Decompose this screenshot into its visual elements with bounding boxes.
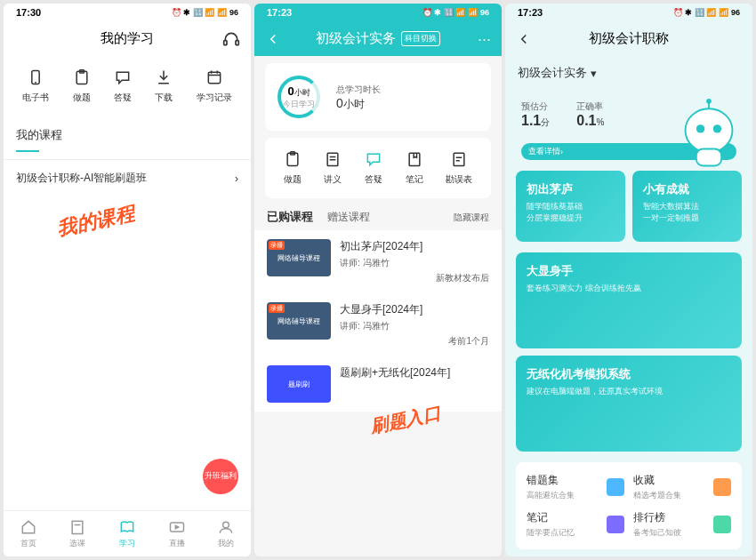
course-item[interactable]: 录播网络辅导课程大显身手[2024年]讲师: 冯雅竹考前1个月	[254, 293, 502, 356]
feature-card[interactable]: 小有成就智能大数据算法一对一定制推题	[632, 171, 742, 242]
accuracy-label: 正确率	[576, 100, 604, 113]
total-label: 总学习时长	[336, 84, 381, 96]
more-icon[interactable]: ⋯	[478, 31, 491, 47]
tool-title: 错题集	[527, 473, 601, 488]
status-bar: 17:30 ⏰ ✱ 🔢 📶 📶 96	[4, 4, 251, 21]
page-title: 我的学习	[101, 30, 154, 47]
accuracy-value: 0.1%	[576, 113, 604, 129]
bottom-nav: 首页选课学习直播我的	[4, 510, 251, 556]
notes-action[interactable]: 笔记	[406, 150, 423, 186]
page-title: 初级会计职称	[589, 30, 669, 47]
course-list: 录播网络辅导课程初出茅庐[2024年]讲师: 冯雅竹新教材发布后录播网络辅导课程…	[254, 230, 502, 412]
tool-收藏[interactable]: 收藏精选考题合集	[633, 473, 731, 501]
card-title: 大显身手	[527, 263, 731, 279]
status-icons: ⏰ ✱ 🔢 📶 📶 96	[172, 8, 238, 17]
tab-gift[interactable]: 赠送课程	[327, 210, 370, 225]
download-action[interactable]: 下载	[155, 68, 173, 104]
page-header: 我的学习	[4, 21, 251, 56]
svg-rect-0	[224, 40, 227, 44]
page-title: 初级会计实务	[316, 30, 396, 47]
card-dxss[interactable]: 大显身手 套卷练习测实力 综合训练抢先赢	[516, 252, 742, 348]
tab-purchased[interactable]: 已购课程	[267, 209, 313, 225]
practice-action[interactable]: 做题	[284, 150, 302, 186]
est-score-value: 1.1分	[521, 113, 550, 129]
course-item[interactable]: 题刷刷题刷刷+无纸化[2024年]	[254, 356, 502, 412]
svg-point-13	[223, 522, 229, 528]
phone-course-detail: 17:23 ⏰ ✱ 🔢 📶 📶 96 初级会计实务 科目切换 ⋯ 0小时 今日学…	[254, 4, 502, 556]
course-title: 题刷刷+无纸化[2024年]	[340, 365, 489, 380]
svg-rect-19	[409, 153, 420, 165]
section-title: 我的课程	[4, 116, 251, 150]
upgrade-fab[interactable]: 升班福利	[203, 459, 238, 494]
tool-icon	[713, 478, 731, 496]
card-title: 无纸化机考模拟系统	[527, 366, 731, 382]
nav-mine[interactable]: 我的	[217, 518, 235, 549]
card-sub: 随学随练奠基础分层掌握稳提升	[527, 201, 615, 223]
course-thumb: 录播网络辅导课程	[267, 302, 331, 340]
today-ring: 0小时 今日学习	[277, 76, 320, 118]
svg-rect-1	[236, 40, 238, 44]
card-title: 初出茅庐	[527, 181, 615, 197]
phone-study: 17:30 ⏰ ✱ 🔢 📶 📶 96 我的学习 电子书做题答疑下载学习记录 我的…	[4, 4, 251, 556]
study-stats: 0小时 今日学习 总学习时长 0小时	[265, 63, 491, 131]
page-header: 初级会计实务 科目切换 ⋯	[254, 21, 502, 56]
chevron-down-icon: ▾	[591, 67, 597, 80]
section-underline	[16, 150, 39, 152]
study-icon	[118, 518, 136, 536]
tool-title: 收藏	[633, 473, 708, 488]
tool-sub: 备考知己知彼	[633, 527, 708, 539]
qa-action[interactable]: 答疑	[114, 68, 132, 104]
card-mock-exam[interactable]: 无纸化机考模拟系统 建议在电脑端做题，还原真实考试环境	[516, 356, 742, 452]
errata-icon	[450, 150, 468, 168]
course-item[interactable]: 初级会计职称-AI智能刷题班 ›	[4, 159, 251, 196]
tool-icon	[713, 516, 731, 533]
card-sub: 套卷练习测实力 综合训练抢先赢	[527, 283, 731, 294]
tool-title: 笔记	[527, 510, 601, 525]
tool-title: 排行榜	[633, 510, 708, 525]
course-meta: 考前1个月	[448, 335, 489, 348]
hide-courses[interactable]: 隐藏课程	[454, 212, 489, 224]
back-button[interactable]	[516, 31, 532, 47]
course-thumb: 录播网络辅导课程	[267, 239, 331, 276]
feature-card[interactable]: 初出茅庐随学随练奠基础分层掌握稳提升	[516, 171, 625, 242]
lecture-action[interactable]: 讲义	[324, 150, 342, 186]
quick-actions: 电子书做题答疑下载学习记录	[4, 56, 251, 116]
download-icon	[155, 68, 173, 86]
tool-grid: 错题集高能避坑合集收藏精选考题合集笔记随学要点记忆排行榜备考知己知彼	[516, 462, 742, 549]
subject-dropdown[interactable]: 初级会计实务▾	[518, 65, 740, 81]
card-grid: 初出茅庐随学随练奠基础分层掌握稳提升小有成就智能大数据算法一对一定制推题	[505, 164, 752, 249]
ebook-action[interactable]: 电子书	[22, 68, 49, 104]
course-tabs: 已购课程 赠送课程 隐藏课程	[254, 198, 502, 230]
select-icon	[68, 518, 86, 536]
tool-排行榜[interactable]: 排行榜备考知己知彼	[633, 510, 731, 539]
course-item[interactable]: 录播网络辅导课程初出茅庐[2024年]讲师: 冯雅竹新教材发布后	[254, 230, 502, 293]
tool-错题集[interactable]: 错题集高能避坑合集	[527, 473, 624, 501]
record-icon	[205, 68, 223, 86]
status-icons: ⏰ ✱ 🔢 📶 📶 96	[422, 8, 489, 17]
subject-switch[interactable]: 科目切换	[401, 31, 440, 46]
course-meta: 新教材发布后	[436, 272, 489, 284]
tool-笔记[interactable]: 笔记随学要点记忆	[527, 510, 624, 539]
practice-icon	[73, 68, 91, 86]
notes-icon	[406, 150, 423, 168]
tool-sub: 精选考题合集	[633, 490, 708, 501]
tool-sub: 随学要点记忆	[527, 527, 601, 539]
card-title: 小有成就	[643, 181, 731, 197]
practice-action[interactable]: 做题	[73, 68, 91, 104]
status-time: 17:23	[267, 7, 292, 18]
home-icon	[20, 518, 37, 536]
nav-select[interactable]: 选课	[68, 518, 86, 549]
nav-home[interactable]: 首页	[20, 518, 37, 549]
errata-action[interactable]: 勘误表	[446, 150, 472, 186]
qa-action[interactable]: 答疑	[365, 150, 382, 186]
lecture-icon	[324, 150, 342, 168]
back-button[interactable]	[265, 31, 281, 47]
course-teacher: 讲师: 冯雅竹	[340, 257, 489, 269]
course-title: 大显身手[2024年]	[340, 302, 489, 317]
headset-icon[interactable]	[222, 30, 240, 48]
svg-point-25	[713, 124, 721, 132]
nav-live[interactable]: 直播	[168, 518, 186, 549]
nav-study[interactable]: 学习	[118, 518, 136, 549]
record-action[interactable]: 学习记录	[197, 68, 232, 104]
live-icon	[168, 518, 186, 536]
